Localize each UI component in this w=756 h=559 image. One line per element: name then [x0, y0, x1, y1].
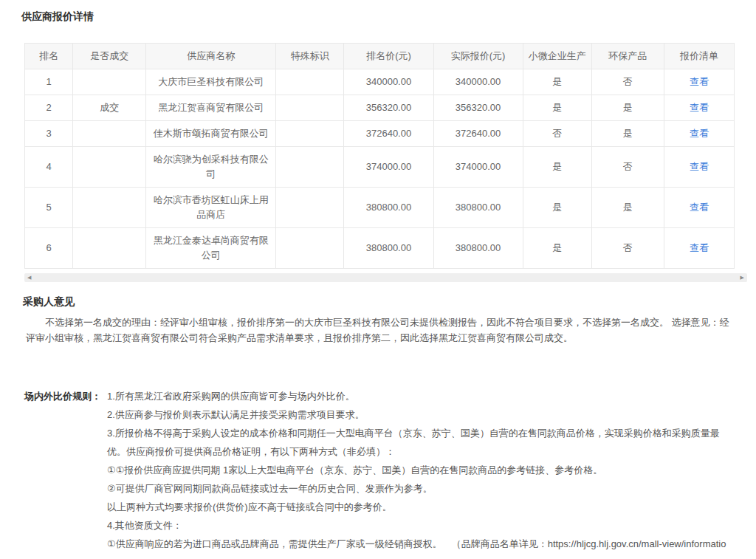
- view-quote-link[interactable]: 查看: [690, 76, 709, 87]
- cell-small-micro: 是: [523, 228, 591, 269]
- cell-rank-price: 340000.00: [344, 69, 433, 95]
- cell-supplier: 黑龙江金泰达卓尚商贸有限公司: [146, 228, 276, 269]
- cell-quote-list: 查看: [664, 188, 734, 228]
- table-row: 3 佳木斯市颂拓商贸有限公司 372640.00 372640.00 否 是 查…: [25, 121, 735, 147]
- rule-item: 以上两种方式均要求报价(供货价)应不高于链接或合同中的参考价。: [107, 498, 733, 516]
- cell-special: [276, 147, 344, 188]
- cell-rank-price: 372640.00: [344, 121, 433, 147]
- col-header-rank-price: 排名价(元): [344, 44, 433, 69]
- rule-item: 1.所有黑龙江省政府采购网的供应商皆可参与场内外比价。: [107, 387, 733, 405]
- table-row: 2 成交 黑龙江贺喜商贸有限公司 356320.00 356320.00 是 是…: [25, 95, 735, 121]
- cell-quote-list: 查看: [664, 121, 734, 147]
- cell-actual-price: 380800.00: [433, 228, 523, 269]
- view-quote-link[interactable]: 查看: [690, 242, 709, 253]
- cell-small-micro: 是: [523, 188, 591, 228]
- horizontal-scrollbar[interactable]: ◀ ▶: [24, 273, 747, 282]
- cell-actual-price: 340000.00: [433, 69, 523, 95]
- cell-small-micro: 是: [523, 95, 591, 121]
- table-header-row: 排名 是否成交 供应商名称 特殊标识 排名价(元) 实际报价(元) 小微企业生产…: [25, 44, 735, 69]
- cell-quote-list: 查看: [664, 228, 734, 269]
- cell-eco: 否: [591, 69, 664, 95]
- cell-actual-price: 380800.00: [433, 188, 523, 228]
- purchaser-opinion-text: 不选择第一名成交的理由：经评审小组审核，报价排序第一的大庆市巨圣科技有限公司未提…: [23, 315, 733, 346]
- cell-actual-price: 356320.00: [433, 95, 523, 121]
- table-row: 5 哈尔滨市香坊区虹山床上用品商店 380800.00 380800.00 是 …: [25, 188, 735, 228]
- col-header-deal: 是否成交: [73, 44, 146, 69]
- rule-item: 4.其他资质文件：: [107, 516, 733, 535]
- col-header-eco: 环保产品: [591, 44, 664, 69]
- cell-rank-price: 380800.00: [344, 228, 433, 269]
- col-header-small-micro: 小微企业生产: [523, 44, 591, 69]
- cell-supplier: 大庆市巨圣科技有限公司: [146, 69, 276, 95]
- cell-special: [276, 121, 344, 147]
- cell-deal: [73, 188, 146, 228]
- price-comparison-rules: 场内外比价规则： 1.所有黑龙江省政府采购网的供应商皆可参与场内外比价。 2.供…: [24, 387, 733, 559]
- col-header-quote-list: 报价清单: [664, 44, 734, 69]
- cell-quote-list: 查看: [664, 69, 734, 95]
- rule-item: 3.所报价格不得高于采购人设定的成本价格和同期任一大型电商平台（京东、苏宁、国美…: [107, 424, 733, 461]
- cell-rank-price: 374000.00: [344, 147, 433, 188]
- cell-rank: 5: [25, 188, 73, 228]
- purchaser-opinion-title: 采购人意见: [23, 295, 733, 309]
- cell-deal: [73, 228, 146, 269]
- cell-special: [276, 95, 344, 121]
- cell-rank: 4: [25, 147, 73, 188]
- quote-table-container: 排名 是否成交 供应商名称 特殊标识 排名价(元) 实际报价(元) 小微企业生产…: [24, 43, 735, 269]
- cell-special: [276, 69, 344, 95]
- cell-small-micro: 是: [523, 69, 591, 95]
- view-quote-link[interactable]: 查看: [690, 102, 709, 113]
- cell-deal: [73, 121, 146, 147]
- cell-eco: 否: [591, 228, 664, 269]
- rules-body: 1.所有黑龙江省政府采购网的供应商皆可参与场内外比价。 2.供应商参与报价则表示…: [107, 387, 733, 559]
- cell-supplier: 哈尔滨市香坊区虹山床上用品商店: [146, 188, 276, 228]
- table-row: 6 黑龙江金泰达卓尚商贸有限公司 380800.00 380800.00 是 否…: [25, 228, 735, 269]
- rule-item: 2.供应商参与报价则表示默认满足并接受采购需求项目要求。: [107, 405, 733, 424]
- cell-supplier: 佳木斯市颂拓商贸有限公司: [146, 121, 276, 147]
- rule-item: ①供应商响应的若为进口商品或品牌商品，需提供生产厂家或一级经销商授权。 （品牌商…: [107, 535, 733, 559]
- cell-rank: 6: [25, 228, 73, 269]
- scroll-left-icon[interactable]: ◀: [27, 273, 31, 282]
- cell-small-micro: 是: [523, 147, 591, 188]
- col-header-supplier: 供应商名称: [146, 44, 276, 69]
- cell-eco: 否: [591, 147, 664, 188]
- quote-table: 排名 是否成交 供应商名称 特殊标识 排名价(元) 实际报价(元) 小微企业生产…: [24, 43, 735, 269]
- cell-eco: 是: [591, 188, 664, 228]
- cell-rank: 1: [25, 69, 73, 95]
- supplier-quote-page: 供应商报价详情 排名 是否成交 供应商名称 特殊标识 排名价(元) 实际报价(元…: [0, 0, 756, 559]
- cell-eco: 是: [591, 95, 664, 121]
- cell-supplier: 哈尔滨骁为创采科技有限公司: [146, 147, 276, 188]
- view-quote-link[interactable]: 查看: [690, 128, 709, 139]
- cell-actual-price: 372640.00: [433, 121, 523, 147]
- col-header-rank: 排名: [25, 44, 73, 69]
- cell-special: [276, 188, 344, 228]
- view-quote-link[interactable]: 查看: [690, 161, 709, 172]
- col-header-special: 特殊标识: [276, 44, 344, 69]
- table-row: 4 哈尔滨骁为创采科技有限公司 374000.00 374000.00 是 否 …: [25, 147, 735, 188]
- cell-quote-list: 查看: [664, 95, 734, 121]
- col-header-actual-price: 实际报价(元): [433, 44, 523, 69]
- rule-item: ②可提供厂商官网同期同款商品链接或过去一年的历史合同、发票作为参考。: [107, 479, 733, 498]
- cell-special: [276, 228, 344, 269]
- view-quote-link[interactable]: 查看: [690, 202, 709, 213]
- cell-quote-list: 查看: [664, 147, 734, 188]
- scroll-right-icon[interactable]: ▶: [740, 273, 744, 282]
- cell-rank-price: 380800.00: [344, 188, 433, 228]
- table-row: 1 大庆市巨圣科技有限公司 340000.00 340000.00 是 否 查看: [25, 69, 735, 95]
- cell-rank: 2: [25, 95, 73, 121]
- cell-rank-price: 356320.00: [344, 95, 433, 121]
- cell-supplier: 黑龙江贺喜商贸有限公司: [146, 95, 276, 121]
- cell-actual-price: 374000.00: [433, 147, 523, 188]
- cell-deal: [73, 147, 146, 188]
- cell-deal: [73, 69, 146, 95]
- cell-rank: 3: [25, 121, 73, 147]
- rules-label: 场内外比价规则：: [24, 387, 107, 405]
- cell-small-micro: 否: [523, 121, 591, 147]
- cell-eco: 是: [591, 121, 664, 147]
- cell-deal: 成交: [73, 95, 146, 121]
- page-title: 供应商报价详情: [21, 10, 733, 24]
- rule-item: ①①报价供应商应提供同期 1家以上大型电商平台（京东、苏宁、国美）自营的在售同款…: [107, 461, 733, 479]
